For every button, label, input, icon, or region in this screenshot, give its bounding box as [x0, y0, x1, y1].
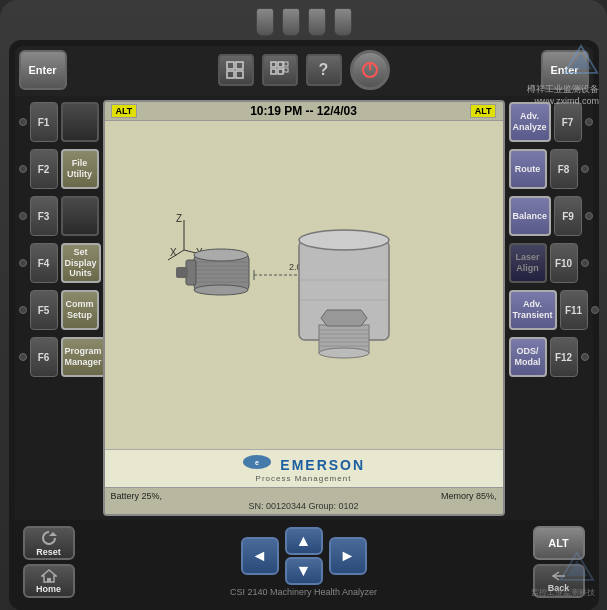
svg-rect-51 [47, 578, 51, 582]
f7-key[interactable]: F7 [554, 102, 582, 142]
fn-row-f10: Laser Align F10 [509, 241, 589, 285]
top-icons: ? [218, 50, 390, 90]
svg-rect-22 [176, 267, 188, 278]
bottom-left-controls: Reset Home [23, 526, 81, 598]
svg-point-43 [319, 348, 369, 358]
connector-1 [256, 8, 274, 36]
fn-dot-f2 [19, 165, 27, 173]
f2-key[interactable]: F2 [30, 149, 58, 189]
svg-point-23 [194, 249, 248, 261]
alt-badge-left: ALT [111, 104, 138, 118]
f11-key[interactable]: F11 [560, 290, 588, 330]
nav-left-button[interactable]: ◄ [241, 537, 279, 575]
f1-key[interactable]: F1 [30, 102, 58, 142]
fn-row-f6: F6 Program Manager [19, 335, 99, 379]
f5-key[interactable]: F5 [30, 290, 58, 330]
watermark-company: 樽祥工业监测设备 [527, 84, 599, 96]
fn-row-f3: F3 [19, 194, 99, 238]
svg-rect-3 [236, 62, 243, 69]
f2-label-button[interactable]: File Utility [61, 149, 99, 189]
f8-label-button[interactable]: Route [509, 149, 547, 189]
fn-dot-f10 [581, 259, 589, 267]
grid-icon-btn[interactable] [218, 54, 254, 86]
f9-key[interactable]: F9 [554, 196, 582, 236]
fn-row-f11: Adv. Transient F11 [509, 288, 589, 332]
main-panel: Enter [9, 40, 599, 610]
f10-label-button[interactable]: Laser Align [509, 243, 547, 283]
f5-label-button[interactable]: Comm Setup [61, 290, 99, 330]
svg-rect-5 [236, 71, 243, 78]
fn-row-f5: F5 Comm Setup [19, 288, 99, 332]
nav-down-button[interactable]: ▼ [285, 557, 323, 585]
svg-text:e: e [255, 459, 259, 466]
nav-up-button[interactable]: ▲ [285, 527, 323, 555]
alt-badge-right: ALT [470, 104, 497, 118]
f6-key[interactable]: F6 [30, 337, 58, 377]
footer-serial-row: SN: 00120344 Group: 0102 [111, 501, 497, 511]
fn-row-f2: F2 File Utility [19, 147, 99, 191]
right-function-keys: Adv. Analyze F7 Route F8 Balance F9 Lase… [509, 100, 589, 516]
nav-right-button[interactable]: ► [329, 537, 367, 575]
watermark-website: www.zximd.com [527, 96, 599, 108]
svg-rect-6 [271, 62, 276, 67]
svg-rect-4 [227, 71, 234, 78]
f11-label-button[interactable]: Adv. Transient [509, 290, 557, 330]
f12-key[interactable]: F12 [550, 337, 578, 377]
device-name-label: CSI 2140 Machinery Health Analyzer [230, 587, 377, 597]
grid2-icon-btn[interactable] [262, 54, 298, 86]
f4-label-button[interactable]: Set Display Units [61, 243, 101, 283]
svg-marker-49 [49, 532, 57, 536]
f10-key[interactable]: F10 [550, 243, 578, 283]
emerson-area: e EMERSON Process Management [105, 449, 503, 487]
f12-label-button[interactable]: ODS/ Modal [509, 337, 547, 377]
emerson-sub: Process Management [109, 474, 499, 483]
fn-dot-f6 [19, 353, 27, 361]
svg-rect-8 [271, 69, 276, 74]
fn-row-f12: ODS/ Modal F12 [509, 335, 589, 379]
memory-status: Memory 85%, [441, 491, 497, 501]
svg-rect-2 [227, 62, 234, 69]
f8-key[interactable]: F8 [550, 149, 578, 189]
f4-key[interactable]: F4 [30, 243, 58, 283]
fn-dot-f9 [585, 212, 593, 220]
nav-row: ◄ ▲ ▼ ► [241, 527, 367, 585]
fn-dot-f1 [19, 118, 27, 126]
home-icon [41, 569, 57, 583]
display-time: 10:19 PM -- 12/4/03 [250, 104, 357, 118]
f9-label-button[interactable]: Balance [509, 196, 552, 236]
reset-button[interactable]: Reset [23, 526, 75, 560]
home-button[interactable]: Home [23, 564, 75, 598]
enter-left-button[interactable]: Enter [19, 50, 67, 90]
f6-label-button[interactable]: Program Manager [61, 337, 106, 377]
display-footer: Battery 25%, Memory 85%, SN: 00120344 Gr… [105, 487, 503, 514]
center-display: ALT 10:19 PM -- 12/4/03 ALT Z Y X [103, 100, 505, 516]
f1-label-button[interactable] [61, 102, 99, 142]
reset-icon [41, 530, 57, 546]
f3-key[interactable]: F3 [30, 196, 58, 236]
emerson-logo: EMERSON [280, 457, 365, 473]
svg-marker-1 [570, 53, 592, 69]
fn-dot-f11 [591, 306, 599, 314]
watermark-top: 樽祥工业监测设备 www.zximd.com [527, 44, 599, 107]
svg-rect-7 [278, 62, 283, 67]
footer-status-row: Battery 25%, Memory 85%, [111, 491, 497, 501]
fn-dot-f3 [19, 212, 27, 220]
svg-point-30 [194, 285, 248, 295]
content-area: F1 F2 File Utility F3 F4 Set Display Uni… [15, 96, 593, 520]
svg-marker-54 [566, 560, 588, 576]
fn-dot-f5 [19, 306, 27, 314]
bottom-bar: Reset Home ◄ ▲ [15, 520, 593, 604]
fn-row-f1: F1 [19, 100, 99, 144]
fn-dot-f4 [19, 259, 27, 267]
device-outer: 樽祥工业监测设备 www.zximd.com Enter [0, 0, 607, 610]
f3-label-button[interactable] [61, 196, 99, 236]
connector-3 [308, 8, 326, 36]
fn-dot-f12 [581, 353, 589, 361]
fn-dot-f7 [585, 118, 593, 126]
f7-label-button[interactable]: Adv. Analyze [509, 102, 551, 142]
help-icon-btn[interactable]: ? [306, 54, 342, 86]
power-button[interactable] [350, 50, 390, 90]
svg-text:Z: Z [176, 213, 182, 224]
sensor-illustration: Z Y X [164, 200, 444, 370]
bottom-center-controls: ◄ ▲ ▼ ► CSI 2140 Machinery Health An [85, 527, 523, 597]
